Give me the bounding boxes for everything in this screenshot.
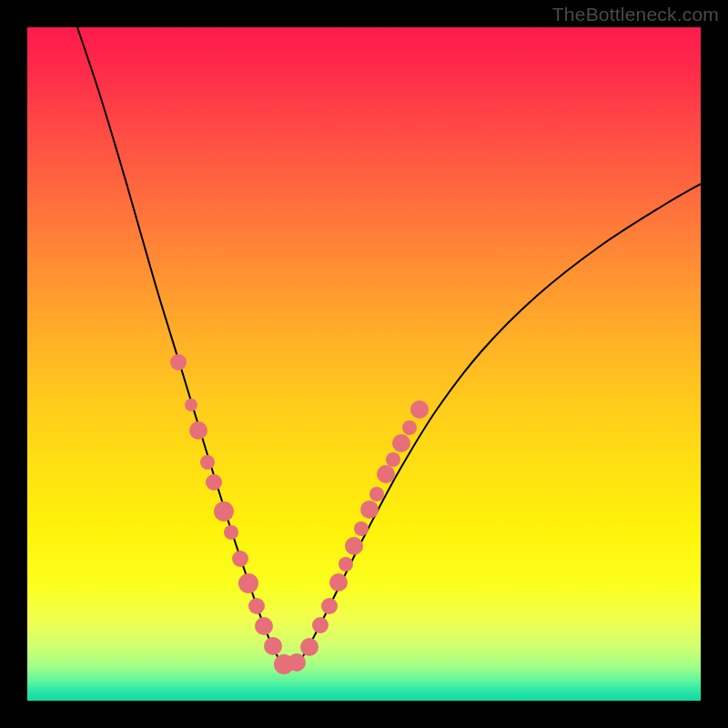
chart-frame bbox=[27, 27, 701, 701]
data-dot bbox=[321, 598, 338, 614]
data-dot bbox=[288, 653, 306, 672]
data-dot bbox=[264, 637, 282, 655]
data-dot bbox=[238, 573, 258, 593]
data-dot bbox=[185, 399, 197, 411]
data-dot bbox=[200, 455, 215, 470]
data-dot bbox=[300, 638, 318, 656]
watermark-text: TheBottleneck.com bbox=[552, 4, 719, 25]
data-dot bbox=[369, 487, 384, 501]
data-dot bbox=[392, 434, 410, 452]
curve-path bbox=[77, 27, 701, 668]
data-dot bbox=[410, 400, 429, 419]
data-dot bbox=[329, 573, 348, 592]
data-dot bbox=[224, 525, 238, 540]
data-dot bbox=[345, 537, 363, 555]
data-dot bbox=[312, 617, 329, 633]
chart-svg bbox=[27, 27, 701, 701]
data-dot bbox=[189, 421, 207, 440]
data-dot bbox=[206, 474, 222, 490]
data-dot bbox=[232, 551, 248, 567]
data-dot bbox=[360, 500, 379, 519]
data-dot bbox=[214, 501, 234, 521]
data-dot bbox=[354, 521, 369, 536]
data-dot bbox=[255, 617, 273, 635]
data-dot bbox=[248, 598, 265, 614]
dot-cluster bbox=[170, 354, 429, 674]
data-dot bbox=[402, 420, 417, 435]
data-dot bbox=[170, 354, 187, 370]
data-dot bbox=[377, 465, 395, 483]
data-dot bbox=[339, 557, 353, 571]
bottleneck-curve bbox=[77, 27, 701, 668]
data-dot bbox=[386, 452, 400, 467]
